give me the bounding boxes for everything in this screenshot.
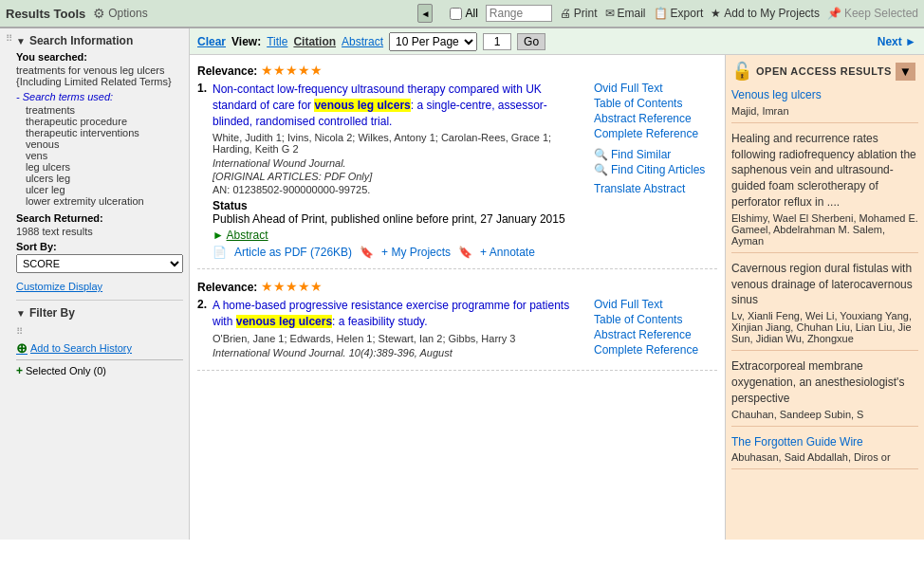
stars-2: ★★★★★	[261, 279, 323, 294]
selected-plus-icon: +	[16, 364, 23, 377]
abstract-link-1[interactable]: Abstract	[227, 229, 268, 242]
filter-triangle-icon: ▼	[16, 308, 26, 319]
toc-link-2[interactable]: Table of Contents	[594, 313, 717, 326]
filter-title: Filter By	[29, 306, 75, 320]
translate-link-1[interactable]: Translate Abstract	[594, 182, 685, 195]
selected-only[interactable]: + Selected Only (0)	[16, 364, 183, 377]
term-lower-extremity: lower extremity ulceration	[26, 195, 183, 207]
oa-item-title-5[interactable]: The Forgotten Guide Wire	[731, 434, 918, 450]
all-checkbox[interactable]	[450, 8, 462, 20]
oa-item-1: Venous leg ulcers Majid, Imran	[731, 87, 918, 123]
add-projects-link-1[interactable]: + My Projects	[381, 246, 451, 259]
oa-sidebar: 🔓 OPEN ACCESS RESULTS ▼ Venous leg ulcer…	[725, 55, 924, 540]
pdf-link-1[interactable]: Article as PDF (726KB)	[234, 246, 352, 259]
plus-icon: ⊕	[16, 340, 28, 356]
find-similar-link-1[interactable]: 🔍 Find Similar	[594, 148, 717, 161]
oa-item-author-3: Lv, Xianli Feng, Wei Li, Youxiang Yang, …	[731, 310, 918, 344]
abstract-view-btn[interactable]: Abstract	[342, 35, 383, 48]
abstract-ref-link-1[interactable]: Abstract Reference	[594, 112, 717, 125]
triangle-icon: ▼	[16, 36, 26, 46]
per-page-select[interactable]: 10 Per Page 20 Per Page 50 Per Page	[389, 32, 477, 51]
result-journal-1: International Wound Journal.	[213, 157, 584, 169]
relevance-label-2: Relevance:	[197, 281, 261, 294]
oa-icon: 🔓	[731, 61, 752, 82]
keep-selected-btn[interactable]: 📌 Keep Selected	[827, 7, 918, 20]
search-returned-label: Search Returned:	[16, 212, 183, 224]
customize-display[interactable]: Customize Display	[16, 281, 183, 292]
ovid-fulltext-link-1[interactable]: Ovid Full Text	[594, 82, 717, 95]
magnifier-icon-1: 🔍	[594, 148, 608, 161]
complete-ref-link-2[interactable]: Complete Reference	[594, 343, 717, 357]
page-number-input[interactable]	[483, 33, 511, 50]
ovid-fulltext-link-2[interactable]: Ovid Full Text	[594, 298, 717, 311]
magnifier-icon-2: 🔍	[594, 163, 608, 176]
drag-handle-filter[interactable]: ⠿	[16, 327, 183, 337]
result-authors-2: O'Brien, Jane 1; Edwards, Helen 1; Stewa…	[213, 333, 584, 344]
citation-view-btn[interactable]: Citation	[293, 35, 336, 48]
sort-select[interactable]: SCORE Author Title Date	[16, 254, 183, 273]
add-search-history[interactable]: ⊕ Add to Search History	[16, 340, 183, 356]
you-searched-label: You searched:	[16, 51, 183, 63]
abstract-ref-link-2[interactable]: Abstract Reference	[594, 328, 717, 341]
options-btn[interactable]: ⚙ Options	[93, 6, 147, 21]
term-therapeutic-interventions: therapeutic interventions	[26, 127, 183, 138]
term-ulcers-leg: ulcers leg	[26, 173, 183, 184]
stars-1: ★★★★★	[261, 63, 323, 78]
export-icon: 📋	[654, 7, 668, 20]
term-treatments: treatments	[26, 104, 183, 116]
gear-icon: ⚙	[93, 6, 105, 21]
oa-item-text-4: Extracorporeal membrane oxygenation, an …	[731, 358, 918, 406]
oa-item-title-1[interactable]: Venous leg ulcers	[731, 87, 918, 103]
add-to-projects-btn[interactable]: ★ Add to My Projects	[711, 7, 820, 20]
results-tools-title: Results Tools	[6, 7, 85, 21]
term-leg-ulcers: leg ulcers	[26, 161, 183, 173]
oa-item-author-2: Elshimy, Wael El Sherbeni, Mohamed E. Ga…	[731, 212, 918, 247]
oa-item-3: Cavernous region dural fistulas with ven…	[731, 261, 918, 351]
result-links-1: Ovid Full Text Table of Contents Abstrac…	[594, 82, 717, 259]
status-text-1: Publish Ahead of Print, published online…	[213, 212, 584, 226]
export-btn[interactable]: 📋 Export	[654, 7, 704, 20]
oa-item-author-5: Abuhasan, Said Abdallah, Diros or	[731, 451, 918, 463]
term-therapeutic-procedure: therapeutic procedure	[26, 116, 183, 127]
result-title-1[interactable]: Non-contact low-frequency ultrasound the…	[213, 82, 547, 128]
oa-item-text-2: Healing and recurrence rates following r…	[731, 131, 918, 211]
result-item-2: Relevance: ★★★★★ 2. A home-based progres…	[197, 279, 717, 371]
term-venous: venous	[26, 138, 183, 150]
toc-link-1[interactable]: Table of Contents	[594, 97, 717, 110]
range-input[interactable]	[486, 5, 552, 22]
result-count: 1988 text results	[16, 226, 183, 237]
email-btn[interactable]: ✉ Email	[605, 7, 646, 20]
email-icon: ✉	[605, 7, 615, 20]
complete-ref-link-1[interactable]: Complete Reference	[594, 127, 717, 140]
title-view-btn[interactable]: Title	[267, 35, 287, 48]
oa-item-2: Healing and recurrence rates following r…	[731, 131, 918, 253]
annotate-icon-1: 🔖	[458, 246, 472, 259]
bookmark-icon-1: 🔖	[360, 246, 374, 259]
clear-btn[interactable]: Clear	[197, 35, 226, 48]
star-icon: ★	[711, 7, 721, 20]
oa-item-author-1: Majid, Imran	[731, 105, 918, 117]
find-citing-link-1[interactable]: 🔍 Find Citing Articles	[594, 163, 717, 176]
drag-handle[interactable]: ⠿	[6, 34, 12, 44]
collapse-btn[interactable]: ◄	[417, 4, 433, 23]
search-query: treatments for venous leg ulcers {Includ…	[16, 64, 183, 87]
next-btn[interactable]: Next ►	[878, 35, 916, 48]
result-an-1: AN: 01238502-900000000-99725.	[213, 184, 584, 195]
sort-by-label: Sort By:	[16, 241, 183, 252]
oa-item-text-3: Cavernous region dural fistulas with ven…	[731, 261, 918, 308]
oa-item-5: The Forgotten Guide Wire Abuhasan, Said …	[731, 434, 918, 470]
relevance-label-1: Relevance:	[197, 64, 261, 78]
result-authors-1: White, Judith 1; Ivins, Nicola 2; Wilkes…	[213, 132, 584, 155]
print-btn[interactable]: 🖨 Print	[560, 7, 598, 20]
oa-dropdown-btn[interactable]: ▼	[896, 63, 915, 81]
search-terms-label: - Search terms used:	[16, 91, 183, 102]
oa-item-4: Extracorporeal membrane oxygenation, an …	[731, 358, 918, 426]
result-title-2[interactable]: A home-based progressive resistance exer…	[213, 299, 569, 328]
annotate-link-1[interactable]: + Annotate	[480, 246, 535, 259]
search-info-title: Search Information	[29, 34, 133, 47]
go-btn[interactable]: Go	[517, 33, 545, 50]
oa-title: OPEN ACCESS RESULTS	[756, 65, 892, 77]
all-label: All	[465, 7, 477, 20]
print-icon: 🖨	[560, 7, 571, 20]
result-journal-2: International Wound Journal. 10(4):389-3…	[213, 347, 584, 358]
